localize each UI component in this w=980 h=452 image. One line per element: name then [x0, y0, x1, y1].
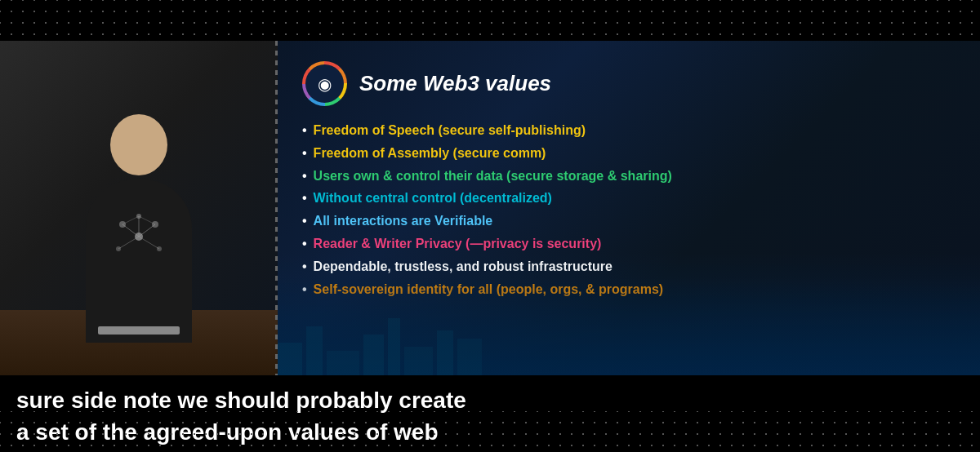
dot-grid-top	[0, 0, 980, 41]
list-item: Users own & control their data (secure s…	[302, 168, 956, 185]
caption-line1: sure side note we should probably create	[16, 388, 466, 413]
shirt-pattern	[106, 204, 172, 269]
dot-grid-bottom	[0, 411, 980, 452]
speaker-head	[110, 114, 167, 175]
bullet-text-3: Users own & control their data (secure s…	[314, 168, 672, 185]
list-item: Dependable, trustless, and robust infras…	[302, 259, 956, 276]
speaker-panel	[0, 41, 278, 375]
svg-line-6	[122, 224, 139, 237]
svg-rect-18	[404, 347, 433, 375]
slide-header: Some Web3 values	[302, 61, 956, 106]
svg-rect-17	[388, 318, 400, 375]
bullet-list: Freedom of Speech (secure self-publishin…	[302, 122, 956, 298]
speaker-background	[0, 41, 278, 375]
bullet-text-6: Reader & Writer Privacy (—privacy is sec…	[314, 236, 602, 253]
web3-icon	[302, 61, 347, 106]
list-item: Without central control (decentralized)	[302, 190, 956, 207]
bullet-text-5: All interactions are Verifiable	[314, 213, 493, 230]
svg-rect-14	[306, 326, 323, 375]
web3-icon-inner	[305, 64, 344, 103]
list-item: Freedom of Speech (secure self-publishin…	[302, 122, 956, 140]
bullet-text-8: Self-sovereign identity for all (people,…	[314, 281, 664, 299]
list-item: All interactions are Verifiable	[302, 213, 956, 230]
video-area: Some Web3 values Freedom of Speech (secu…	[0, 41, 980, 375]
speaker-figure	[74, 114, 204, 375]
svg-line-9	[139, 237, 159, 249]
laptop	[98, 326, 180, 335]
svg-line-11	[122, 216, 139, 224]
svg-rect-15	[327, 351, 359, 375]
svg-rect-16	[363, 335, 384, 375]
svg-line-8	[118, 237, 139, 249]
network-pattern-svg	[106, 204, 172, 269]
bullet-text-1: Freedom of Speech (secure self-publishin…	[314, 122, 586, 140]
svg-rect-13	[278, 343, 302, 375]
svg-line-7	[139, 224, 155, 237]
list-item: Reader & Writer Privacy (—privacy is sec…	[302, 236, 956, 253]
bullet-text-4: Without central control (decentralized)	[314, 190, 552, 207]
bullet-text-2: Freedom of Assembly (secure comm)	[314, 145, 546, 162]
list-item: Freedom of Assembly (secure comm)	[302, 145, 956, 162]
slide-title: Some Web3 values	[359, 71, 551, 96]
main-content: Some Web3 values Freedom of Speech (secu…	[0, 41, 980, 411]
speaker-body	[86, 179, 192, 343]
city-buildings-svg	[278, 310, 980, 375]
svg-rect-19	[437, 330, 453, 375]
bullet-text-7: Dependable, trustless, and robust infras…	[314, 259, 612, 276]
svg-rect-20	[457, 339, 482, 375]
svg-line-12	[139, 216, 155, 224]
slide-panel: Some Web3 values Freedom of Speech (secu…	[278, 41, 980, 375]
list-item: Self-sovereign identity for all (people,…	[302, 281, 956, 299]
